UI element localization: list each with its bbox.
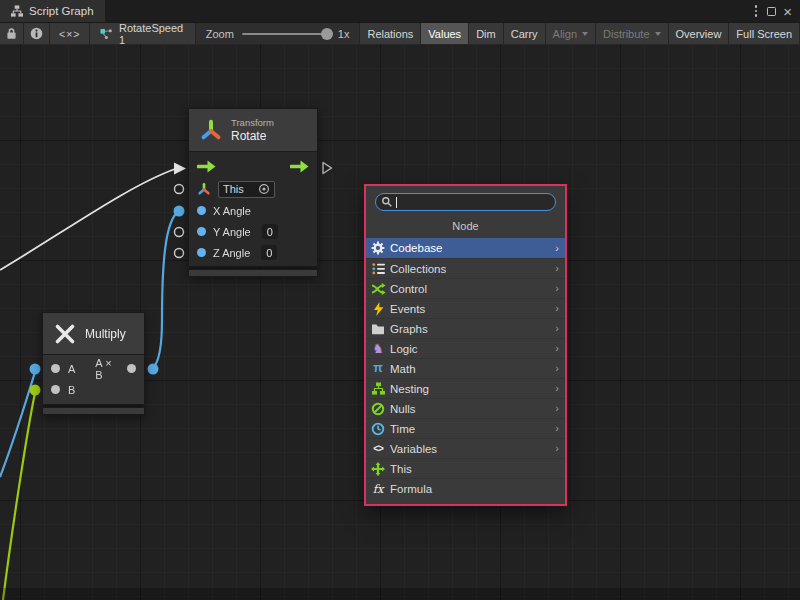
- yangle-value-field[interactable]: 0: [262, 224, 278, 239]
- zoom-label: Zoom: [206, 28, 234, 40]
- flow-out-arrow-icon[interactable]: [290, 160, 309, 173]
- item-label: Collections: [390, 263, 446, 275]
- graph-asset-icon: [100, 27, 113, 41]
- code-preview-icon: <×>: [59, 28, 80, 40]
- zoom-value: 1x: [338, 28, 350, 40]
- chevron-right-icon: ›: [555, 283, 559, 294]
- list-icon: [370, 262, 386, 275]
- finder-item-formula[interactable]: fx Formula: [366, 478, 565, 498]
- finder-item-time[interactable]: Time ›: [366, 418, 565, 438]
- finder-item-nesting[interactable]: Nesting ›: [366, 378, 565, 398]
- dim-button[interactable]: Dim: [469, 23, 504, 44]
- align-label: Align: [553, 28, 577, 40]
- code-preview-button[interactable]: <×>: [50, 23, 90, 44]
- zangle-row: Z Angle 0: [189, 242, 317, 263]
- this-row: This: [189, 178, 317, 200]
- a-port[interactable]: [51, 364, 60, 373]
- multiply-icon: [53, 322, 77, 346]
- xangle-row: X Angle: [189, 200, 317, 221]
- info-button[interactable]: [24, 23, 50, 44]
- distribute-dropdown[interactable]: Distribute: [596, 23, 668, 44]
- chevron-down-icon: [655, 32, 661, 36]
- search-icon: [381, 196, 393, 208]
- a-port-endpoint[interactable]: [30, 364, 41, 375]
- flow-in-arrow-icon[interactable]: [197, 160, 216, 173]
- finder-item-nulls[interactable]: Nulls ›: [366, 398, 565, 418]
- multiply-node-footer: [42, 407, 145, 415]
- finder-item-codebase[interactable]: Codebase ›: [366, 238, 565, 258]
- item-label: Codebase: [390, 242, 442, 254]
- clock-icon: [370, 422, 386, 436]
- fullscreen-button[interactable]: Full Screen: [729, 23, 800, 44]
- maximize-icon[interactable]: [767, 7, 776, 16]
- a-label: A: [68, 363, 75, 375]
- search-input[interactable]: [400, 196, 550, 208]
- finder-item-collections[interactable]: Collections ›: [366, 258, 565, 278]
- output-port[interactable]: [127, 364, 136, 373]
- zangle-label: Z Angle: [213, 247, 250, 259]
- finder-item-events[interactable]: Events ›: [366, 298, 565, 318]
- graph-name: RotateSpeed 1: [119, 22, 185, 44]
- node-title: Multiply: [85, 327, 126, 341]
- chevron-right-icon: ›: [555, 323, 559, 334]
- finder-item-control[interactable]: Control ›: [366, 278, 565, 298]
- chevron-right-icon: ›: [555, 383, 559, 394]
- zoom-slider-handle[interactable]: [321, 28, 333, 40]
- multiply-node[interactable]: Multiply A A × B B: [42, 312, 145, 415]
- tab-label: Script Graph: [29, 5, 94, 17]
- chevron-right-icon: ›: [555, 303, 559, 314]
- carry-button[interactable]: Carry: [504, 23, 546, 44]
- flow-output-triangle[interactable]: [323, 163, 332, 174]
- overview-button[interactable]: Overview: [669, 23, 730, 44]
- node-title: Rotate: [231, 129, 274, 143]
- yangle-port[interactable]: [197, 227, 206, 236]
- close-icon[interactable]: ×: [783, 4, 792, 19]
- flow-row: [189, 154, 317, 178]
- chevron-right-icon: ›: [555, 343, 559, 354]
- hierarchy-icon: [11, 5, 23, 17]
- relations-button[interactable]: Relations: [360, 23, 421, 44]
- yangle-port-ring[interactable]: [175, 228, 184, 237]
- tab-script-graph[interactable]: Script Graph: [0, 0, 105, 22]
- values-button[interactable]: Values: [421, 23, 469, 44]
- text-cursor: [396, 197, 397, 208]
- item-label: This: [390, 463, 412, 475]
- b-port-endpoint[interactable]: [30, 385, 41, 396]
- item-label: Control: [390, 283, 427, 295]
- search-field[interactable]: [375, 193, 556, 211]
- lock-button[interactable]: [0, 23, 24, 44]
- finder-item-math[interactable]: π Math ›: [366, 358, 565, 378]
- xangle-port[interactable]: [197, 206, 206, 215]
- pi-icon: π: [370, 362, 386, 375]
- this-port-ring[interactable]: [175, 185, 184, 194]
- kebab-menu-icon[interactable]: [752, 3, 761, 19]
- object-picker-icon[interactable]: [258, 183, 270, 195]
- chevron-right-icon: ›: [555, 403, 559, 414]
- item-label: Variables: [390, 443, 437, 455]
- graph-breadcrumb[interactable]: RotateSpeed 1: [90, 23, 195, 44]
- finder-item-this[interactable]: This: [366, 458, 565, 478]
- folder-icon: [370, 322, 386, 335]
- rotate-node-header: Transform Rotate: [188, 108, 318, 152]
- b-port[interactable]: [51, 385, 60, 394]
- chevron-right-icon: ›: [555, 423, 559, 434]
- zangle-port[interactable]: [197, 248, 206, 257]
- zoom-control: Zoom 1x: [196, 23, 361, 44]
- rotate-node[interactable]: Transform Rotate: [188, 108, 318, 277]
- finder-item-logic[interactable]: ♞ Logic ›: [366, 338, 565, 358]
- this-object-field[interactable]: This: [218, 181, 275, 198]
- transform-axis-mini-icon: [197, 182, 211, 196]
- zangle-value-field[interactable]: 0: [261, 245, 277, 260]
- item-label: Nulls: [390, 403, 416, 415]
- xangle-port-endpoint[interactable]: [174, 206, 185, 217]
- graph-canvas[interactable]: Transform Rotate: [0, 44, 800, 600]
- fuzzy-finder: Node Codebase ›: [364, 184, 567, 506]
- zoom-slider-track[interactable]: [242, 33, 330, 35]
- finder-item-variables[interactable]: <> Variables ›: [366, 438, 565, 458]
- chevron-right-icon: ›: [555, 243, 559, 254]
- align-dropdown[interactable]: Align: [546, 23, 596, 44]
- chevron-right-icon: ›: [555, 443, 559, 454]
- zangle-port-ring[interactable]: [175, 249, 184, 258]
- finder-item-graphs[interactable]: Graphs ›: [366, 318, 565, 338]
- multiply-output-endpoint[interactable]: [148, 364, 159, 375]
